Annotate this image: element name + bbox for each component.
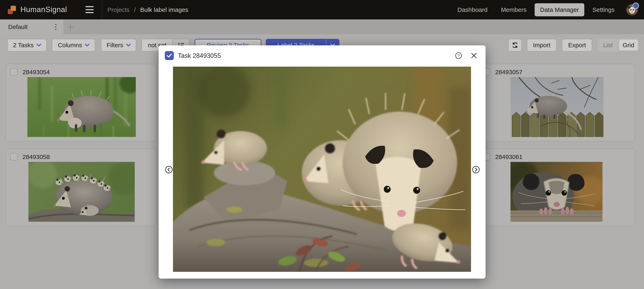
view-toggle-grid[interactable]: Grid [619,40,638,51]
filters-dropdown[interactable]: Filters [101,39,136,52]
notification-badge [632,2,639,9]
task-thumbnail[interactable] [28,162,135,222]
import-label: Import [533,42,550,49]
task-id: 28493058 [22,154,50,160]
check-icon [166,53,172,58]
top-navbar: HumanSignal Projects / Bulk label images… [0,0,644,20]
task-checkbox-checked[interactable] [165,51,174,60]
svg-text:?: ? [458,54,460,58]
close-button[interactable] [470,52,478,60]
tasks-count-label: 2 Tasks [13,42,34,49]
nav-link-members[interactable]: Members [496,3,532,16]
avatar[interactable] [626,4,638,16]
task-card[interactable]: 28493054 [6,64,156,142]
task-card[interactable]: 28493058 [6,148,156,226]
task-thumbnail[interactable] [28,77,136,137]
import-button[interactable]: Import [527,39,556,52]
task-id: 28493057 [495,69,522,76]
task-checkbox[interactable] [10,153,18,160]
tasks-count-dropdown[interactable]: 2 Tasks [7,39,46,52]
task-thumbnail[interactable] [510,77,604,137]
export-button[interactable]: Export [562,39,592,52]
data-manager-screen: HumanSignal Projects / Bulk label images… [0,0,644,289]
prev-task-button[interactable] [165,166,173,174]
breadcrumb-separator: / [134,6,136,13]
plus-icon [67,24,74,30]
nav-link-settings[interactable]: Settings [587,3,620,16]
add-tab-button[interactable] [67,23,74,31]
humansignal-logo[interactable]: HumanSignal [7,4,67,15]
nav-links: Dashboard Members Data Manager Settings [452,0,638,20]
columns-dropdown[interactable]: Columns [52,39,95,52]
breadcrumb-projects[interactable]: Projects [107,6,130,13]
nav-link-dashboard[interactable]: Dashboard [452,3,493,16]
task-preview-modal: Task 28493055 ? [159,45,486,278]
logo-text: HumanSignal [20,5,67,14]
task-id: 28493061 [495,154,522,160]
refresh-icon [512,42,518,49]
chevron-down-icon [126,44,131,46]
columns-label: Columns [58,42,82,49]
help-icon: ? [455,52,462,59]
task-id: 28493054 [22,69,50,76]
view-toggle-list[interactable]: List [598,40,618,51]
breadcrumb-current: Bulk label images [140,6,188,13]
nav-link-data-manager[interactable]: Data Manager [534,3,584,16]
close-icon [471,52,477,59]
tab-kebab-icon[interactable] [53,23,59,31]
prev-arrow-icon [165,166,173,174]
breadcrumb: Projects / Bulk label images [107,0,188,20]
task-checkbox[interactable] [10,68,18,76]
export-label: Export [568,42,586,49]
tab-default-label: Default [8,24,28,30]
chevron-down-icon [85,44,89,46]
chevron-down-icon [36,44,41,46]
task-thumbnail[interactable] [510,162,602,222]
help-button[interactable]: ? [454,52,463,60]
task-card[interactable]: 28493057 [478,64,635,142]
tab-strip: Default [0,20,644,34]
hamburger-menu-icon[interactable] [86,6,94,13]
humansignal-logo-icon [7,4,18,15]
modal-task-image [173,67,471,272]
view-toggle: List Grid [598,39,639,52]
next-task-button[interactable] [472,166,480,174]
tab-default[interactable]: Default [0,20,64,34]
next-arrow-icon [472,166,480,174]
task-card[interactable]: 28493061 [478,148,635,226]
nav-divider [102,0,102,20]
filters-label: Filters [106,42,123,49]
refresh-button[interactable] [508,39,522,52]
modal-task-title: Task 28493055 [178,52,221,60]
